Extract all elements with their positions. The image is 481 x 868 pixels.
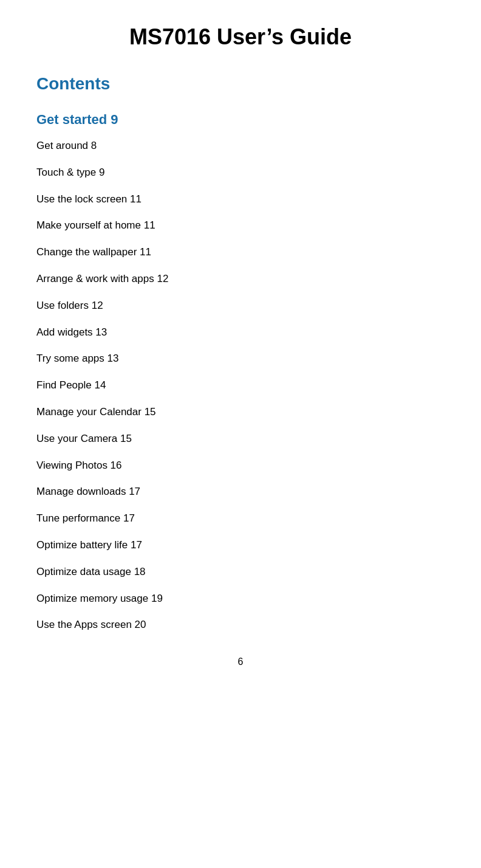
toc-item-1: Touch & type 9: [36, 165, 445, 180]
page-number: 6: [36, 656, 445, 667]
toc-item-15: Optimize battery life 17: [36, 538, 445, 553]
toc-item-2: Use the lock screen 11: [36, 192, 445, 207]
toc-list: Get around 8 Touch & type 9 Use the lock…: [36, 139, 445, 632]
toc-item-17: Optimize memory usage 19: [36, 591, 445, 606]
toc-item-3: Make yourself at home 11: [36, 218, 445, 233]
toc-item-4: Change the wallpaper 11: [36, 245, 445, 260]
toc-item-7: Add widgets 13: [36, 325, 445, 340]
contents-heading: Contents: [36, 74, 445, 94]
get-started-heading: Get started 9: [36, 112, 445, 128]
toc-item-14: Tune performance 17: [36, 511, 445, 526]
toc-item-10: Manage your Calendar 15: [36, 405, 445, 419]
toc-item-13: Manage downloads 17: [36, 484, 445, 499]
page-title: MS7016 User’s Guide: [36, 24, 445, 50]
toc-item-16: Optimize data usage 18: [36, 565, 445, 579]
toc-item-9: Find People 14: [36, 378, 445, 393]
toc-item-6: Use folders 12: [36, 298, 445, 313]
toc-item-18: Use the Apps screen 20: [36, 618, 445, 632]
toc-item-11: Use your Camera 15: [36, 432, 445, 446]
toc-item-12: Viewing Photos 16: [36, 458, 445, 473]
toc-item-0: Get around 8: [36, 139, 445, 153]
toc-item-5: Arrange & work with apps 12: [36, 272, 445, 286]
toc-item-8: Try some apps 13: [36, 351, 445, 366]
